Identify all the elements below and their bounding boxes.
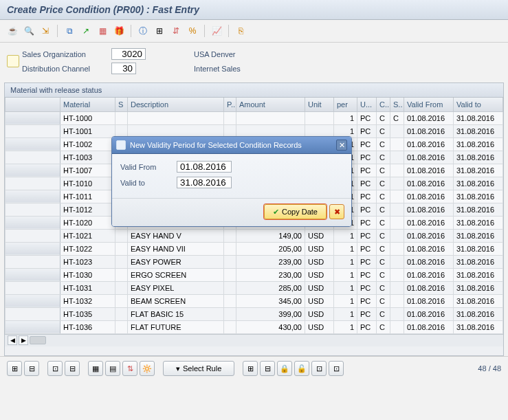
bb-icon-10[interactable]: ⊞ [243,361,258,376]
cell-unit[interactable]: USD [305,242,334,255]
cell-p[interactable] [224,255,236,268]
table-row[interactable]: HT-1036FLAT FUTURE430,00USD1PCC01.08.201… [5,320,503,333]
cell-unit[interactable] [305,111,334,124]
cell-c[interactable]: C [377,242,390,255]
row-selector[interactable] [5,281,60,294]
row-selector[interactable] [5,229,60,242]
cell-c[interactable]: C [377,177,390,190]
cell-per[interactable]: 1 [334,307,357,320]
cell-s2[interactable] [390,229,404,242]
cell-valid-from[interactable]: 01.08.2016 [404,281,454,294]
cell-material[interactable]: HT-1030 [60,268,115,281]
scroll-thumb[interactable] [30,336,46,344]
tb-icon-14[interactable]: ⎘ [234,24,247,38]
cell-valid-from[interactable]: 01.08.2016 [404,294,454,307]
cell-s2[interactable] [390,177,404,190]
cell-p[interactable] [224,229,236,242]
cell-valid-from[interactable]: 01.08.2016 [404,268,454,281]
row-selector[interactable] [5,151,60,164]
cell-c[interactable]: C [377,164,390,177]
bb-icon-3[interactable]: ⊡ [47,361,63,376]
cell-s2[interactable] [390,124,404,137]
cell-c[interactable]: C [377,281,390,294]
cell-c[interactable]: C [377,294,390,307]
bb-icon-1[interactable]: ⊞ [7,361,22,376]
table-row[interactable]: HT-1032BEAM SCREEN345,00USD1PCC01.08.201… [5,294,503,307]
cell-s2[interactable] [390,164,404,177]
cell-valid-from[interactable]: 01.08.2016 [404,320,454,333]
cell-valid-to[interactable]: 31.08.2016 [454,294,503,307]
cell-c[interactable]: C [377,203,390,216]
cell-s2[interactable] [390,151,404,164]
col-material[interactable]: Material [60,98,115,111]
tb-gift-icon[interactable]: 🎁 [112,24,126,38]
bb-icon-4[interactable]: ⊟ [65,361,80,376]
cell-amount[interactable]: 205,00 [236,242,305,255]
cell-description[interactable]: ERGO SCREEN [128,268,224,281]
cell-unit[interactable]: USD [305,229,334,242]
col-s[interactable]: S [115,98,128,111]
cell-valid-from[interactable]: 01.08.2016 [404,255,454,268]
cell-valid-from[interactable]: 01.08.2016 [404,111,454,124]
cell-valid-to[interactable]: 31.08.2016 [454,190,503,203]
col-valid-from[interactable]: Valid From [404,98,454,111]
tb-icon-9[interactable]: ⊞ [153,24,166,38]
cell-u[interactable]: PC [357,124,377,137]
table-row[interactable]: HT-1021EASY HAND V149,00USD1PCC01.08.201… [5,229,503,242]
cell-s2[interactable] [390,137,404,151]
select-rule-button[interactable]: ▾ Select Rule [163,361,234,376]
scroll-left-icon[interactable]: ◀ [8,335,17,345]
cell-per[interactable]: 1 [334,320,357,333]
cell-unit[interactable]: USD [305,320,334,333]
row-selector[interactable] [5,203,60,216]
valid-from-input[interactable] [177,161,232,173]
cell-c[interactable]: C [377,151,390,164]
cell-s2[interactable] [390,242,404,255]
table-row[interactable]: HT-1030ERGO SCREEN230,00USD1PCC01.08.201… [5,268,503,281]
cell-material[interactable]: HT-1007 [60,164,115,177]
tb-icon-5[interactable]: ↗ [79,24,93,38]
cell-u[interactable]: PC [357,203,377,216]
cell-amount[interactable]: 285,00 [236,281,305,294]
table-row[interactable]: HT-1031EASY PIXEL285,00USD1PCC01.08.2016… [5,281,503,294]
cell-material[interactable]: HT-1021 [60,229,115,242]
cell-material[interactable]: HT-1022 [60,242,115,255]
cell-amount[interactable]: 230,00 [236,268,305,281]
cell-valid-from[interactable]: 01.08.2016 [404,307,454,320]
cell-u[interactable]: PC [357,307,377,320]
cell-description[interactable]: BEAM SCREEN [128,294,224,307]
cell-material[interactable]: HT-1010 [60,177,115,190]
cell-valid-to[interactable]: 31.08.2016 [454,124,503,137]
cell-description[interactable]: FLAT BASIC 15 [128,307,224,320]
cell-material[interactable]: HT-1032 [60,294,115,307]
dist-channel-input[interactable] [111,63,136,74]
cell-valid-from[interactable]: 01.08.2016 [404,229,454,242]
cell-per[interactable]: 1 [334,281,357,294]
dialog-close-button[interactable]: ✕ [336,140,347,151]
cell-s2[interactable] [390,190,404,203]
cell-s[interactable] [115,111,128,124]
cell-valid-to[interactable]: 31.08.2016 [454,255,503,268]
cell-u[interactable]: PC [357,177,377,190]
cell-valid-to[interactable]: 31.08.2016 [454,242,503,255]
cell-amount[interactable]: 239,00 [236,255,305,268]
cell-per[interactable]: 1 [334,268,357,281]
dialog-cancel-button[interactable]: ✖ [329,204,344,219]
cell-valid-from[interactable]: 01.08.2016 [404,177,454,190]
cell-valid-to[interactable]: 31.08.2016 [454,320,503,333]
cell-u[interactable]: PC [357,229,377,242]
tb-icon-10[interactable]: ⇵ [169,24,183,38]
row-selector[interactable] [5,320,60,333]
cell-valid-from[interactable]: 01.08.2016 [404,164,454,177]
cell-s[interactable] [115,255,128,268]
row-selector[interactable] [5,255,60,268]
cell-s[interactable] [115,320,128,333]
cell-c[interactable]: C [377,268,390,281]
row-selector[interactable] [5,307,60,320]
cell-material[interactable]: HT-1001 [60,124,115,137]
cell-p[interactable] [224,320,236,333]
bb-icon-11[interactable]: ⊟ [260,361,275,376]
cell-s2[interactable] [390,255,404,268]
cell-valid-to[interactable]: 31.08.2016 [454,137,503,151]
col-description[interactable]: Description [128,98,224,111]
